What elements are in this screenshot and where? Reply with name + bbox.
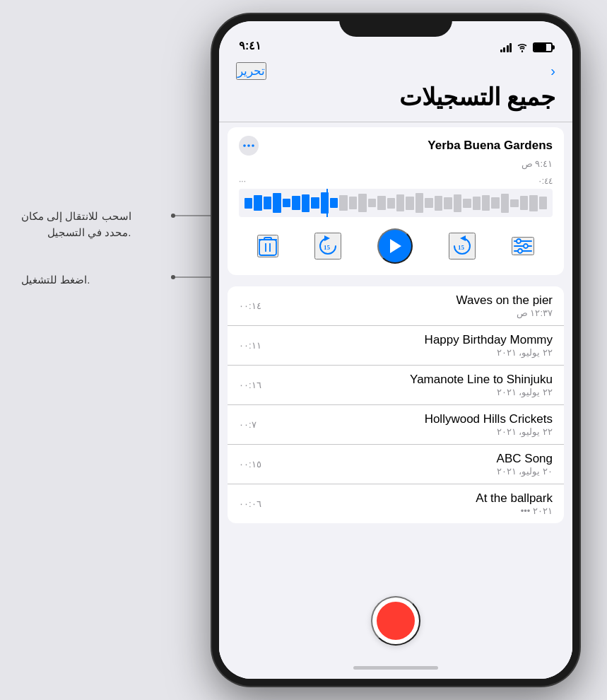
- options-button[interactable]: [512, 237, 534, 255]
- recording-list: ٠٠:١٤ Waves on the pier ١٢:٣٧ ص ٠٠:١١ Ha…: [219, 281, 572, 585]
- item-date: ١٢:٣٧ ص: [456, 308, 553, 318]
- page-title: جميع التسجيلات: [236, 83, 555, 112]
- wifi-icon: [516, 42, 529, 52]
- item-info: Waves on the pier ١٢:٣٧ ص: [456, 293, 553, 318]
- header-top: تحرير ›: [236, 62, 555, 80]
- item-date: ٢٢ يوليو، ٢٠٢١: [425, 347, 553, 358]
- battery-icon: [533, 42, 553, 52]
- waveform-area[interactable]: ··· ٠:٤٤: [239, 176, 553, 217]
- item-duration: ٠٠:٧: [239, 419, 257, 430]
- item-duration: ٠٠:١٤: [239, 301, 261, 311]
- annotation-play: اضغط للتشغيل.: [21, 272, 90, 288]
- home-indicator: [219, 656, 572, 679]
- svg-text:15: 15: [458, 244, 465, 251]
- progress-times: ··· ٠:٤٤: [239, 176, 553, 186]
- home-bar: [353, 666, 438, 670]
- item-name: Happy Birthday Mommy: [425, 333, 553, 347]
- phone-frame: ٩:٤١: [212, 14, 579, 686]
- edit-button[interactable]: تحرير: [236, 62, 266, 80]
- playback-controls: 15 15: [239, 223, 553, 267]
- item-date: ٢٢ يوليو، ٢٠٢١: [425, 426, 553, 437]
- header-divider: [219, 122, 572, 122]
- item-name: Yamanote Line to Shinjuku: [410, 373, 553, 387]
- svg-point-5: [243, 144, 246, 147]
- svg-point-19: [517, 239, 521, 243]
- list-item[interactable]: ٠٠:١٦ Yamanote Line to Shinjuku ٢٢ يوليو…: [228, 366, 564, 405]
- svg-point-3: [171, 275, 175, 279]
- play-button[interactable]: [377, 228, 413, 264]
- item-name: At the ballpark: [476, 491, 553, 506]
- remaining-time: ٠:٤٤: [538, 176, 553, 186]
- delete-button[interactable]: [257, 235, 278, 257]
- chevron-right-icon[interactable]: ›: [550, 63, 555, 79]
- item-info: Hollywood Hills Crickets ٢٢ يوليو، ٢٠٢١: [425, 412, 553, 437]
- svg-point-20: [524, 244, 528, 248]
- item-info: Happy Birthday Mommy ٢٢ يوليو، ٢٠٢١: [425, 333, 553, 358]
- item-name: ABC Song: [497, 452, 553, 466]
- item-date: ٢٠ يوليو، ٢٠٢١: [497, 466, 553, 477]
- item-name: Waves on the pier: [456, 293, 553, 308]
- status-icons: [500, 42, 553, 52]
- item-date: ٢٠٢١ •••: [476, 506, 553, 516]
- playhead: [326, 189, 328, 217]
- list-item[interactable]: ٠٠:١١ Happy Birthday Mommy ٢٢ يوليو، ٢٠٢…: [228, 326, 564, 366]
- record-button[interactable]: [371, 596, 420, 646]
- record-inner: [377, 602, 415, 640]
- item-duration: ٠٠:٠٦: [239, 498, 261, 509]
- more-button[interactable]: [239, 136, 259, 156]
- active-recording: Yerba Buena Gardens ٩:٤١ ص ··· ٠:٤٤: [228, 127, 564, 275]
- svg-point-6: [247, 144, 250, 147]
- notch: [339, 14, 452, 37]
- item-duration: ٠٠:١٥: [239, 459, 261, 469]
- list-item[interactable]: ٠٠:٠٦ At the ballpark ٢٠٢١ •••: [228, 484, 564, 523]
- skip-forward-button[interactable]: 15: [449, 233, 476, 259]
- list-item[interactable]: ٠٠:٧ Hollywood Hills Crickets ٢٢ يوليو، …: [228, 405, 564, 445]
- svg-point-7: [252, 144, 254, 147]
- skip-back-button[interactable]: 15: [314, 233, 341, 259]
- item-date: ٢٢ يوليو، ٢٠٢١: [410, 387, 553, 397]
- screen: ٩:٤١: [219, 21, 572, 679]
- list-item[interactable]: ٠٠:١٥ ABC Song ٢٠ يوليو، ٢٠٢١: [228, 445, 564, 484]
- annotation-drag: اسحب للانتقال إلى مكان محدد في التسجيل.: [21, 209, 131, 240]
- record-area: [219, 585, 572, 656]
- scene: اسحب للانتقال إلى مكان محدد في التسجيل. …: [0, 0, 607, 700]
- app-content: تحرير › جميع التسجيلات: [219, 57, 572, 679]
- elapsed-time: ···: [239, 176, 246, 186]
- item-duration: ٠٠:١١: [239, 340, 261, 351]
- svg-point-4: [521, 51, 523, 52]
- svg-text:15: 15: [324, 244, 331, 251]
- list-item[interactable]: ٠٠:١٤ Waves on the pier ١٢:٣٧ ص: [228, 286, 564, 326]
- item-name: Hollywood Hills Crickets: [425, 412, 553, 426]
- active-recording-header: Yerba Buena Gardens: [239, 136, 553, 156]
- active-recording-name: Yerba Buena Gardens: [428, 139, 553, 153]
- header: تحرير › جميع التسجيلات: [219, 57, 572, 122]
- signal-icon: [500, 42, 512, 52]
- waveform-bars: [239, 189, 553, 217]
- svg-rect-8: [259, 240, 276, 255]
- svg-marker-12: [324, 235, 330, 241]
- active-recording-time: ٩:٤١ ص: [239, 158, 553, 169]
- item-duration: ٠٠:١٦: [239, 380, 261, 390]
- play-icon: [390, 239, 401, 253]
- svg-point-21: [518, 249, 522, 253]
- svg-point-1: [171, 214, 175, 218]
- waveform-container[interactable]: [239, 189, 553, 217]
- svg-marker-14: [460, 235, 466, 241]
- item-info: ABC Song ٢٠ يوليو، ٢٠٢١: [497, 452, 553, 477]
- item-info: Yamanote Line to Shinjuku ٢٢ يوليو، ٢٠٢١: [410, 373, 553, 397]
- status-time: ٩:٤١: [239, 39, 261, 52]
- item-info: At the ballpark ٢٠٢١ •••: [476, 491, 553, 516]
